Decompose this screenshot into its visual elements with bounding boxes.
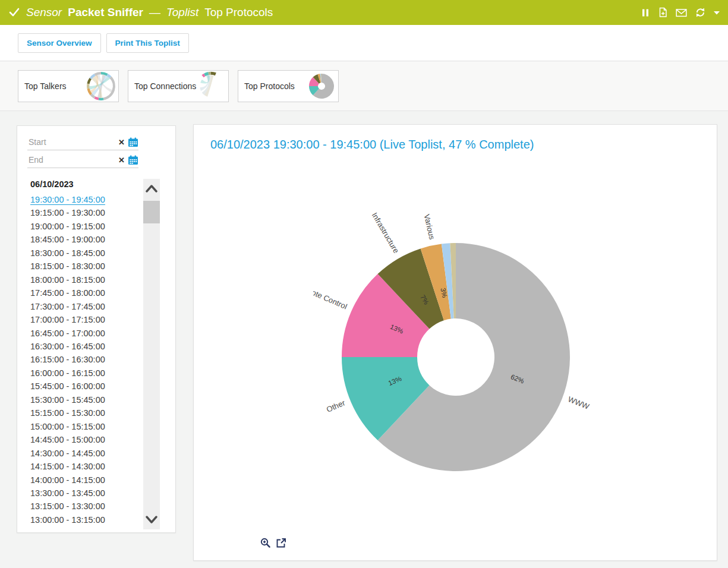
tab-label: Top Talkers <box>24 81 67 91</box>
email-icon[interactable] <box>676 8 687 17</box>
header-actions <box>641 7 720 18</box>
end-date-input[interactable] <box>27 154 115 165</box>
clear-start-icon[interactable]: ✕ <box>118 138 125 146</box>
section-type: Toplist <box>166 6 198 19</box>
end-date-row: ✕ <box>27 152 138 168</box>
time-range-item[interactable]: 14:15:00 - 14:30:00 <box>30 460 140 473</box>
pause-icon[interactable] <box>641 8 650 18</box>
chart-title: 06/10/2023 19:30:00 - 19:45:00 (Live Top… <box>210 138 534 152</box>
chord-diagram-icon <box>86 71 116 101</box>
pie-slice-label: Various <box>423 213 437 241</box>
header-bar: Sensor Packet Sniffer — Toplist Top Prot… <box>0 0 728 25</box>
time-range-item[interactable]: 17:45:00 - 18:00:00 <box>30 286 140 299</box>
tab-top-connections[interactable]: Top Connections <box>128 70 229 102</box>
time-range-item[interactable]: 15:15:00 - 15:30:00 <box>30 406 140 419</box>
time-range-item[interactable]: 15:00:00 - 15:15:00 <box>30 420 140 433</box>
chart-footer-actions <box>260 538 286 548</box>
scrollbar[interactable] <box>143 179 160 529</box>
chord-diagram-icon <box>196 71 226 101</box>
toplist-name: Top Protocols <box>204 6 273 19</box>
time-range-item[interactable]: 15:30:00 - 15:45:00 <box>30 393 140 406</box>
breadcrumb: Sensor Packet Sniffer — Toplist Top Prot… <box>8 6 273 19</box>
time-range-item[interactable]: 16:00:00 - 16:15:00 <box>30 367 140 380</box>
status-check-icon <box>8 7 20 18</box>
open-external-icon[interactable] <box>276 538 286 548</box>
time-range-item[interactable]: 14:45:00 - 15:00:00 <box>30 433 140 446</box>
tab-label: Top Protocols <box>244 81 295 91</box>
time-range-item[interactable]: 14:30:00 - 14:45:00 <box>30 447 140 460</box>
time-range-item[interactable]: 19:30:00 - 19:45:00 <box>30 193 140 206</box>
sensor-overview-button[interactable]: Sensor Overview <box>18 33 101 53</box>
time-range-item[interactable]: 18:00:00 - 18:15:00 <box>30 273 140 286</box>
time-range-item[interactable]: 17:30:00 - 17:45:00 <box>30 300 140 313</box>
time-range-item[interactable]: 18:30:00 - 18:45:00 <box>30 247 140 260</box>
top-protocols-donut-chart: 62%WWW13%Other13%Remote Control7%Infrast… <box>313 201 598 487</box>
toplist-chart-panel: 06/10/2023 19:30:00 - 19:45:00 (Live Top… <box>193 124 717 561</box>
clear-end-icon[interactable]: ✕ <box>118 156 125 164</box>
time-range-item[interactable]: 16:45:00 - 17:00:00 <box>30 327 140 340</box>
tab-label: Top Connections <box>134 81 196 91</box>
pie-slice-label: Infrastructure <box>370 211 401 255</box>
time-range-item[interactable]: 18:45:00 - 19:00:00 <box>30 233 140 246</box>
pie-slice-label: WWW <box>567 395 591 411</box>
tab-top-protocols[interactable]: Top Protocols <box>238 70 339 102</box>
date-header: 06/10/2023 <box>30 179 74 189</box>
start-date-row: ✕ <box>27 134 138 150</box>
time-range-item[interactable]: 13:15:00 - 13:30:00 <box>30 500 140 513</box>
calendar-icon[interactable] <box>128 155 138 165</box>
pie-slice-label: Remote Control <box>313 282 348 311</box>
add-report-icon[interactable] <box>658 7 668 18</box>
time-range-item[interactable]: 16:30:00 - 16:45:00 <box>30 340 140 353</box>
refresh-icon[interactable] <box>695 7 706 18</box>
prtg-toplist-page: Sensor Packet Sniffer — Toplist Top Prot… <box>0 0 728 568</box>
scroll-up-icon[interactable] <box>143 179 160 198</box>
start-date-input[interactable] <box>27 137 115 147</box>
refresh-caret-down-icon[interactable] <box>714 11 720 15</box>
toplist-tabs: Top Talkers Top Connections Top Protocol… <box>0 62 728 111</box>
print-toplist-button[interactable]: Print This Toplist <box>106 33 189 53</box>
period-list: 19:30:00 - 19:45:0019:15:00 - 19:30:0019… <box>30 193 140 526</box>
sensor-name-link[interactable]: Packet Sniffer <box>68 6 143 19</box>
donut-chart-icon <box>307 72 336 100</box>
time-range-item[interactable]: 14:00:00 - 14:15:00 <box>30 474 140 487</box>
time-range-item[interactable]: 19:00:00 - 19:15:00 <box>30 220 140 233</box>
toolbar: Sensor Overview Print This Toplist <box>0 25 728 61</box>
breadcrumb-type: Sensor <box>26 6 62 19</box>
breadcrumb-separator: — <box>149 6 160 19</box>
time-range-item[interactable]: 16:15:00 - 16:30:00 <box>30 353 140 366</box>
time-range-item[interactable]: 13:30:00 - 13:45:00 <box>30 487 140 500</box>
scrollbar-thumb[interactable] <box>143 201 160 223</box>
pie-slice-label: Other <box>325 398 346 414</box>
time-range-item[interactable]: 17:00:00 - 17:15:00 <box>30 313 140 326</box>
time-range-item[interactable]: 15:45:00 - 16:00:00 <box>30 380 140 393</box>
tab-top-talkers[interactable]: Top Talkers <box>18 70 119 102</box>
time-range-item[interactable]: 13:00:00 - 13:15:00 <box>30 513 140 526</box>
calendar-icon[interactable] <box>128 137 138 147</box>
time-range-item[interactable]: 19:15:00 - 19:30:00 <box>30 206 140 219</box>
scroll-down-icon[interactable] <box>143 510 160 529</box>
time-range-item[interactable]: 18:15:00 - 18:30:00 <box>30 260 140 273</box>
period-sidebar: ✕ ✕ <box>17 125 176 533</box>
zoom-in-icon[interactable] <box>260 538 271 548</box>
